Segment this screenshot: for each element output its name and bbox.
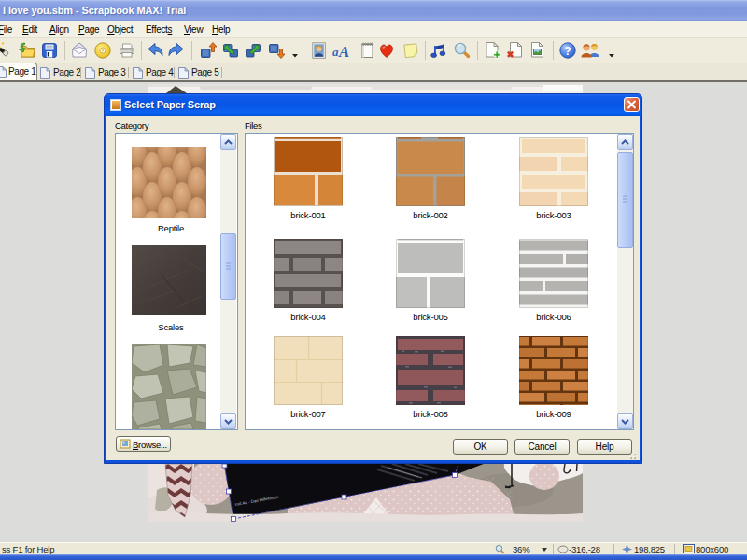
svg-text:A: A bbox=[338, 43, 349, 61]
svg-text:a: a bbox=[332, 45, 339, 59]
svg-text:?: ? bbox=[564, 45, 571, 58]
